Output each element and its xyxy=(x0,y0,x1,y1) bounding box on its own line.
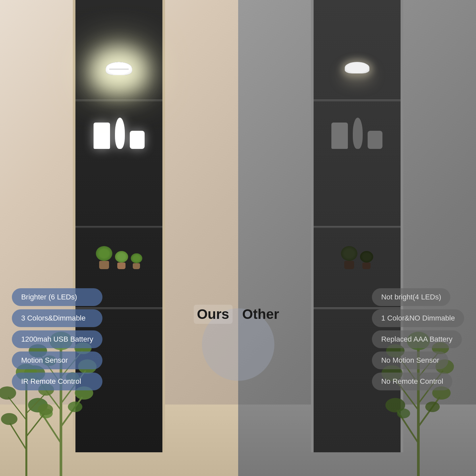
label-separator xyxy=(233,306,239,322)
svg-point-42 xyxy=(397,408,410,418)
right-shelf-plants xyxy=(321,243,393,269)
right-shelf-1 xyxy=(314,99,401,101)
right-shelf-2 xyxy=(314,226,401,228)
tag-remote: IR Remote Control xyxy=(12,373,102,390)
left-shelf-plants xyxy=(83,243,155,269)
tag-colors: 3 Colors&Dimmable xyxy=(12,309,102,327)
left-panel: Brighter (6 LEDs) 3 Colors&Dimmable 1200… xyxy=(0,0,238,476)
right-vases xyxy=(324,109,390,149)
left-light-fixture xyxy=(106,62,132,75)
svg-line-20 xyxy=(26,413,44,436)
left-vases xyxy=(86,109,152,149)
left-labels: Brighter (6 LEDs) 3 Colors&Dimmable 1200… xyxy=(12,288,102,390)
center-comparison-labels: Ours Other xyxy=(194,305,283,324)
tag-brighter: Brighter (6 LEDs) xyxy=(12,288,102,306)
tag-aaa-battery: Replaced AAA Battery xyxy=(372,330,462,348)
left-shelf-2 xyxy=(75,226,162,228)
svg-line-19 xyxy=(10,423,26,450)
svg-line-30 xyxy=(418,397,440,427)
main-container: Brighter (6 LEDs) 3 Colors&Dimmable 1200… xyxy=(0,0,476,476)
tag-battery: 1200mah USB Battery xyxy=(12,330,102,348)
tag-no-motion: No Motion Sensor xyxy=(372,351,448,369)
right-light-fixture xyxy=(345,62,369,73)
ours-label: Ours xyxy=(194,305,233,324)
tag-motion: Motion Sensor xyxy=(12,351,102,369)
svg-point-24 xyxy=(38,404,53,415)
tag-one-color: 1 Color&NO Dimmable xyxy=(372,309,464,327)
right-labels: Not bright(4 LEDs) 1 Color&NO Dimmable R… xyxy=(372,288,464,390)
svg-point-23 xyxy=(1,413,17,425)
left-shelf-1 xyxy=(75,99,162,101)
svg-point-43 xyxy=(425,402,440,412)
svg-line-2 xyxy=(61,397,82,427)
tag-not-bright: Not bright(4 LEDs) xyxy=(372,288,450,306)
tag-no-remote: No Remote Control xyxy=(372,373,452,390)
other-label: Other xyxy=(239,305,282,324)
right-panel: Not bright(4 LEDs) 1 Color&NO Dimmable R… xyxy=(238,0,476,476)
svg-point-15 xyxy=(68,402,82,412)
